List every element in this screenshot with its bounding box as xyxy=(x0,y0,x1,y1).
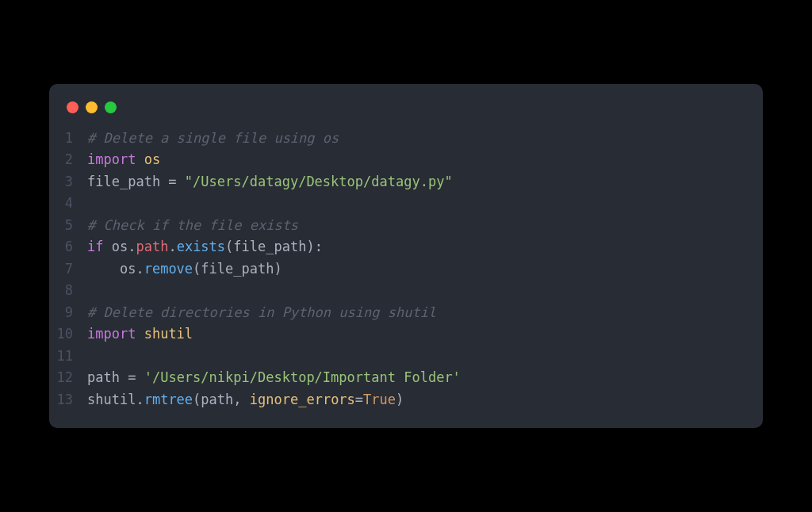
line-number: 11 xyxy=(49,346,87,368)
code-line: 9# Delete directories in Python using sh… xyxy=(49,302,763,324)
line-number: 9 xyxy=(49,302,87,324)
line-number: 1 xyxy=(49,128,87,150)
code-content: # Delete directories in Python using shu… xyxy=(87,302,436,324)
code-content: import os xyxy=(87,149,160,171)
maximize-icon[interactable] xyxy=(105,101,117,113)
code-content xyxy=(87,280,95,302)
token-func: exists xyxy=(177,239,225,254)
code-content: import shutil xyxy=(87,323,193,346)
code-line: 10import shutil xyxy=(49,323,763,346)
code-line: 7 os.remove(file_path) xyxy=(49,258,763,281)
token-ident: path xyxy=(87,369,128,385)
token-punc: . xyxy=(136,392,144,407)
token-module: shutil xyxy=(144,326,193,342)
code-line: 11 xyxy=(49,346,763,368)
token-keyword: import xyxy=(87,326,136,342)
token-comment: # Delete directories in Python using shu… xyxy=(87,304,436,320)
line-number: 13 xyxy=(49,389,87,411)
token-module: os xyxy=(144,151,160,167)
code-line: 3file_path = "/Users/datagy/Desktop/data… xyxy=(49,171,763,193)
minimize-icon[interactable] xyxy=(86,101,98,113)
line-number: 5 xyxy=(49,215,87,237)
token-func: rmtree xyxy=(144,392,193,407)
token-string: '/Users/nikpi/Desktop/Important Folder' xyxy=(144,369,461,385)
code-line: 1# Delete a single file using os xyxy=(49,128,763,150)
token-op: = xyxy=(128,369,136,385)
token-ident: os xyxy=(103,239,128,254)
token-comment: # Delete a single file using os xyxy=(87,130,339,146)
token-keyword: if xyxy=(87,239,103,254)
line-number: 6 xyxy=(49,236,87,258)
code-area: 1# Delete a single file using os2import … xyxy=(49,128,763,411)
token-ident xyxy=(136,369,144,385)
token-op: = xyxy=(168,174,176,189)
token-punc: ) xyxy=(396,392,404,407)
token-func: remove xyxy=(144,261,193,277)
code-line: 5# Check if the file exists xyxy=(49,215,763,237)
code-content: path = '/Users/nikpi/Desktop/Important F… xyxy=(87,367,461,389)
token-punc: . xyxy=(128,239,136,254)
line-number: 3 xyxy=(49,171,87,193)
line-number: 8 xyxy=(49,280,87,302)
token-string: "/Users/datagy/Desktop/datagy.py" xyxy=(185,174,453,189)
code-content: file_path = "/Users/datagy/Desktop/datag… xyxy=(87,171,453,193)
code-line: 6if os.path.exists(file_path): xyxy=(49,236,763,258)
token-punc: ( xyxy=(193,392,201,407)
token-ident: file_path xyxy=(87,174,168,189)
line-number: 10 xyxy=(49,323,87,346)
token-ident xyxy=(136,326,144,342)
token-ident: file_path xyxy=(201,261,274,277)
window-titlebar xyxy=(49,100,763,128)
code-window: 1# Delete a single file using os2import … xyxy=(49,84,763,429)
code-line: 8 xyxy=(49,280,763,302)
code-line: 12path = '/Users/nikpi/Desktop/Important… xyxy=(49,367,763,389)
token-ident xyxy=(136,151,144,167)
token-comment: # Check if the file exists xyxy=(87,217,298,233)
token-ident xyxy=(177,174,185,189)
code-line: 2import os xyxy=(49,149,763,171)
token-param: ignore_errors xyxy=(250,392,355,407)
token-punc: ): xyxy=(306,239,322,254)
token-punc: ( xyxy=(193,261,201,277)
token-prop: path xyxy=(136,239,168,254)
code-line: 4 xyxy=(49,193,763,215)
token-ident: path xyxy=(201,392,233,407)
close-icon[interactable] xyxy=(67,101,79,113)
code-content: # Check if the file exists xyxy=(87,215,298,237)
token-punc: ( xyxy=(225,239,233,254)
token-punc: ) xyxy=(274,261,282,277)
line-number: 4 xyxy=(49,193,87,215)
code-content: shutil.rmtree(path, ignore_errors=True) xyxy=(87,389,404,411)
token-bool: True xyxy=(363,392,396,407)
token-ident: shutil xyxy=(87,392,136,407)
line-number: 12 xyxy=(49,367,87,389)
token-keyword: import xyxy=(87,151,136,167)
code-content: os.remove(file_path) xyxy=(87,258,282,281)
code-content xyxy=(87,193,95,215)
line-number: 7 xyxy=(49,258,87,281)
token-punc: , xyxy=(233,392,249,407)
code-content: if os.path.exists(file_path): xyxy=(87,236,323,258)
code-line: 13shutil.rmtree(path, ignore_errors=True… xyxy=(49,389,763,411)
token-op: = xyxy=(355,392,363,407)
line-number: 2 xyxy=(49,149,87,171)
code-content xyxy=(87,346,95,368)
token-punc: . xyxy=(168,239,176,254)
token-punc: . xyxy=(136,261,144,277)
token-ident: file_path xyxy=(233,239,306,254)
token-ident: os xyxy=(87,261,136,277)
code-content: # Delete a single file using os xyxy=(87,128,339,150)
